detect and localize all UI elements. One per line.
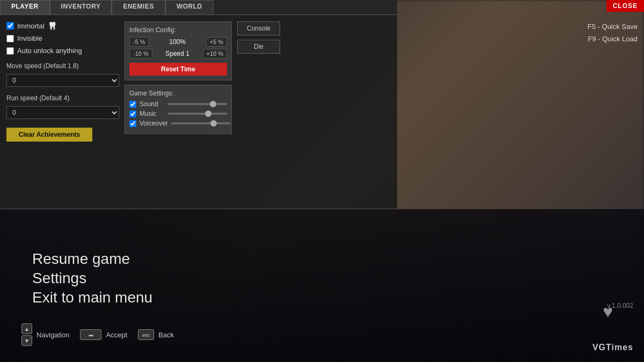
move-speed-dropdown[interactable]: 0 1 2 3 [6,74,119,87]
settings-item[interactable]: Settings [32,270,152,287]
auto-unlock-checkbox[interactable] [6,47,14,55]
top-panel: PLAYER INVENTORY ENEMIES WORLD Immortal … [0,0,397,209]
tab-player[interactable]: PLAYER [0,0,50,14]
music-label: Music [140,110,165,117]
voiceover-row: Voiceover [129,120,227,127]
infection-plus5-button[interactable]: +5 % [206,37,227,47]
run-speed-dropdown[interactable]: 0 1 2 3 [6,106,119,119]
accept-label: Accept [106,331,127,339]
voiceover-slider[interactable] [171,122,230,124]
navigation-label: Navigation [36,331,69,339]
music-slider[interactable] [168,113,227,115]
resume-game-item[interactable]: Resume game [32,250,152,268]
immortal-checkbox[interactable] [6,22,14,29]
middle-column: Infection Config: -5 % 100% +5 % -10 % S… [125,21,232,203]
accept-key: ▬ [80,329,101,340]
close-button[interactable]: CLOSE [606,0,644,12]
sound-checkbox[interactable] [129,101,136,108]
infection-minus10-button[interactable]: -10 % [129,49,152,58]
die-button[interactable]: Die [237,40,280,54]
infection-title: Infection Config: [129,26,227,34]
invisible-label: Invisible [17,34,42,42]
reset-time-button[interactable]: Reset Time [129,63,227,76]
quick-load-hint: F9 - Quick Load [588,33,638,45]
voiceover-label: Voiceover [140,120,168,127]
auto-unlock-label: Auto unlock anything [17,47,82,55]
infection-value: 100% [151,38,204,46]
up-key: ▲ [21,323,32,334]
tab-inventory[interactable]: INVENTORY [50,0,112,14]
panel-content: Immortal 🦷 Invisible Auto unlock anythin… [0,15,397,209]
infection-row-1: -5 % 100% +5 % [129,37,227,47]
down-key: ▼ [21,335,32,346]
navigation-group: ▲ ▼ Navigation [21,323,69,346]
infection-minus5-button[interactable]: -5 % [129,37,149,47]
esc-key: esc [138,329,154,340]
music-row: Music [129,110,227,117]
invisible-row[interactable]: Invisible [6,34,119,42]
clear-achievements-button[interactable]: Clear Achievements [6,128,92,142]
voiceover-checkbox[interactable] [129,120,136,127]
right-column: Console Die [237,21,291,203]
auto-unlock-row[interactable]: Auto unlock anything [6,47,119,55]
sound-row: Sound [129,100,227,108]
immortal-row[interactable]: Immortal 🦷 [6,21,119,30]
sound-label: Sound [140,100,165,108]
game-settings-box: Game Settings: Sound Music Voiceover [125,85,232,134]
heart-icon: ♥ [603,302,613,322]
infection-row-2: -10 % Speed 1 +10 % [129,49,227,58]
back-group: esc Back [138,329,174,340]
tab-bar: PLAYER INVENTORY ENEMIES WORLD [0,0,397,15]
quick-hints: F5 - Quick Save F9 - Quick Load [588,20,638,46]
move-speed-label: Move speed (Default 1.8) [6,62,119,70]
left-column: Immortal 🦷 Invisible Auto unlock anythin… [6,21,119,203]
sound-slider[interactable] [168,103,227,105]
infection-plus10-button[interactable]: +10 % [203,49,228,58]
controller-bar: ▲ ▼ Navigation ▬ Accept esc Back [21,323,174,346]
bottom-menu: Resume game Settings Exit to main menu [32,250,152,308]
game-settings-title: Game Settings: [129,90,227,97]
back-label: Back [158,331,174,339]
tab-enemies[interactable]: ENEMIES [112,0,165,14]
vgtimes-logo: VGTimes [592,343,633,352]
console-button[interactable]: Console [237,21,280,35]
nav-buttons: ▲ ▼ [21,323,32,346]
accept-group: ▬ Accept [80,329,127,340]
immortal-icon: 🦷 [48,21,57,30]
infection-speed-label: Speed 1 [155,50,201,57]
invisible-checkbox[interactable] [6,35,14,42]
tab-world[interactable]: WORLD [165,0,214,14]
immortal-label: Immortal [17,22,45,30]
infection-config-box: Infection Config: -5 % 100% +5 % -10 % S… [125,21,232,80]
quick-save-hint: F5 - Quick Save [588,20,638,33]
music-checkbox[interactable] [129,110,136,117]
exit-to-main-item[interactable]: Exit to main menu [32,289,152,306]
run-speed-label: Run speed (Default 4) [6,94,119,102]
